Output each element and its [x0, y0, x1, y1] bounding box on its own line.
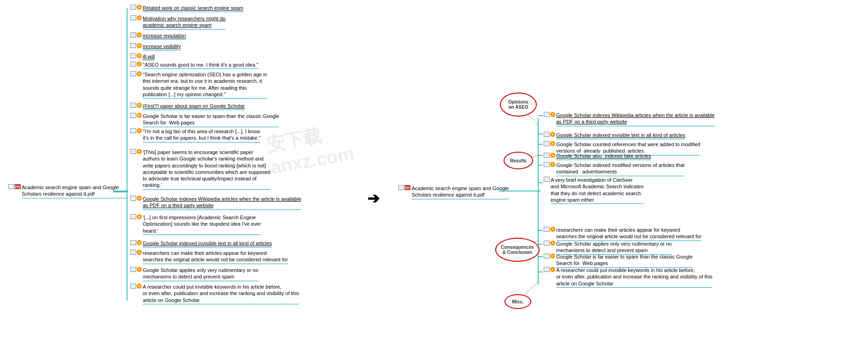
node-r6-text: A very brief investigation of CiteSeeran… [551, 177, 643, 204]
icon-orange: ♥ [137, 32, 142, 37]
node-r7-text: researchers can make their articles appe… [556, 227, 701, 241]
node-n12: 📄♥ Google Scholar indexes Wikipedia arti… [130, 196, 301, 210]
icon-orange: ♥ [137, 103, 142, 108]
node-n14: 📄♥ Google Scholar indexed invisible text… [130, 240, 272, 247]
node-n4-text: increase visibility [143, 43, 181, 50]
icon-orange: ♥ [550, 141, 555, 146]
icon-sq: 📄 [544, 267, 550, 272]
icon-orange: ♥ [137, 267, 142, 272]
circle-misc: Misc. [504, 294, 531, 309]
node-n2-text: Motivation why researchers might doacade… [143, 15, 225, 30]
icon-sq: 📄 [130, 196, 136, 201]
icon-orange: ♥ [550, 267, 555, 272]
circle-results-label: Results [510, 158, 527, 163]
node-n4: 📄♥ increase visibility [130, 43, 181, 50]
node-n9: 📄♥ Google Scholar is far easier to spam … [130, 113, 279, 127]
node-n17-text: A researcher could put invisible keyword… [143, 284, 299, 304]
icon-sq: 📄 [130, 62, 136, 67]
node-n1-text: Related work on classic search engine sp… [143, 5, 243, 12]
icon-orange: ♥ [137, 71, 142, 76]
node-n7: 📄♥ "Search engine optimization (SEO) has… [130, 71, 267, 99]
node-n6-text: "ASEO sounds good to me. I think it's a … [143, 62, 258, 69]
node-r10: 📄♥ A researcher could put invisible keyw… [544, 267, 712, 288]
icon-sq: 📄 [130, 284, 136, 289]
icon-orange: ♥ [137, 250, 142, 255]
node-n15: 📄♥ researchers can make their articles a… [130, 250, 288, 264]
node-r8-text: Google Scholar applies only very rudimen… [556, 241, 672, 255]
node-n3-text: increase reputation [143, 32, 186, 40]
icon-orange: ♥ [137, 62, 142, 67]
node-n11: 📄♥ '[This] paper seems to encourage scie… [130, 149, 270, 190]
icon-orange: ♥ [550, 132, 555, 137]
node-n3: 📄♥ increase reputation [130, 32, 186, 40]
icon-sq-left: 📄 [8, 184, 14, 189]
icon-sq: 📄 [130, 113, 136, 118]
node-r4-text: Google Scholar also indexed fake article… [556, 153, 651, 160]
node-r4: 📄♥ Google Scholar also indexed fake arti… [544, 153, 651, 160]
node-n14-text: Google Scholar indexed invisible text in… [143, 240, 272, 247]
icon-sq-right: 📄 [398, 185, 404, 190]
node-n5: 📄♥ ill-will [130, 53, 155, 61]
root-node-left: 📄 PDF Academic search engine spam and Go… [8, 184, 128, 198]
root-text-left: Academic search engine spam and Google S… [22, 184, 128, 198]
node-r7: 📄♥ researchers can make their articles a… [544, 227, 701, 241]
icon-orange: ♥ [137, 214, 142, 219]
icon-sq: 📄 [544, 132, 550, 137]
icon-sq: 📄 [544, 141, 550, 146]
icon-orange: ♥ [137, 15, 142, 20]
icon-orange: ♥ [137, 53, 142, 58]
node-n8-text: (First?) paper about spam on Google Scho… [143, 103, 245, 110]
icon-orange: ♥ [550, 162, 555, 167]
icon-orange: ♥ [550, 227, 555, 232]
icon-sq: 📄 [130, 15, 136, 20]
icon-orange: ♥ [550, 253, 555, 259]
icon-sq: 📄 [544, 253, 550, 259]
node-n1: 📄♥ Related work on classic search engine… [130, 5, 243, 12]
node-n2: 📄♥ Motivation why researchers might doac… [130, 15, 225, 30]
node-n9-text: Google Scholar is far easier to spam tha… [143, 113, 279, 127]
node-n13-text: '[...] on first impressions [Academic Se… [143, 214, 261, 235]
icon-orange: ♥ [137, 149, 142, 154]
icon-orange: ♥ [137, 284, 142, 289]
node-r10-text: A researcher could put invisible keyword… [556, 267, 712, 288]
icon-pdf-left: PDF [15, 184, 21, 189]
icon-orange: ♥ [550, 112, 555, 117]
node-r2: 📄♥ Google Scholar indexed invisible text… [544, 132, 685, 139]
node-n7-text: "Search engine optimization (SEO) has a … [143, 71, 267, 99]
icon-sq: 📄 [130, 71, 136, 76]
icon-sq: 📄 [130, 5, 136, 10]
node-n6: 📄♥ "ASEO sounds good to me. I think it's… [130, 62, 258, 69]
icon-sq: 📄 [130, 53, 136, 58]
node-r1: 📄♥ Google Scholar indexes Wikipedia arti… [544, 112, 715, 126]
node-n16-text: Google Scholar applies only very rudimen… [143, 267, 258, 281]
icon-orange: ♥ [550, 153, 555, 158]
icon-sq: 📄 [130, 43, 136, 48]
icon-orange: ♥ [137, 5, 142, 10]
circle-opinions-label: Opinionson ASEO [508, 99, 528, 110]
icon-orange: ♥ [137, 43, 142, 48]
node-r1-text: Google Scholar indexes Wikipedia article… [556, 112, 715, 126]
node-r8: 📄♥ Google Scholar applies only very rudi… [544, 241, 672, 255]
icon-orange: ♥ [137, 240, 142, 245]
node-r9: 📄♥ Google Scholar is far easier to spam … [544, 253, 692, 268]
node-n17: 📄♥ A researcher could put invisible keyw… [130, 284, 299, 304]
icon-sq: 📄 [130, 267, 136, 272]
node-r2-text: Google Scholar indexed invisible text in… [556, 132, 685, 139]
node-n12-text: Google Scholar indexes Wikipedia article… [143, 196, 301, 210]
icon-orange: ♥ [137, 113, 142, 118]
root-node-right: 📄 PDF Academic search engine spam and Go… [398, 185, 509, 199]
icon-sq: 📄 [544, 162, 550, 167]
circle-misc-label: Misc. [512, 299, 523, 304]
node-n10: 📄♥ "I'm not a big fan of this area of re… [130, 128, 261, 142]
icon-sq: 📄 [130, 128, 136, 133]
node-n11-text: '[This] paper seems to encourage scienti… [143, 149, 270, 190]
node-r5: 📄♥ Google Scholar indexed modified versi… [544, 162, 685, 176]
icon-sq: 📄 [130, 32, 136, 37]
icon-sq: 📄 [130, 214, 136, 219]
icon-sq: 📄 [130, 250, 136, 255]
icon-sq: 📄 [544, 241, 550, 246]
icon-sq: 📄 [544, 227, 550, 232]
circle-results: Results [504, 152, 533, 169]
icon-orange: ♥ [137, 128, 142, 133]
icon-orange: ♥ [550, 241, 555, 246]
